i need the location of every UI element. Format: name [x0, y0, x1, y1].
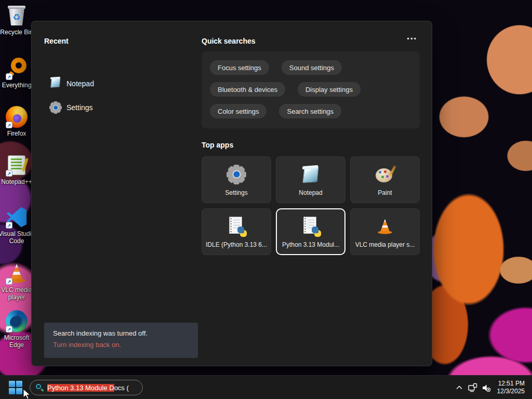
vlc-cone-icon	[376, 216, 394, 237]
top-app-tile-idle-python[interactable]: IDLE (Python 3.13 6...	[202, 208, 271, 255]
desktop-icon-label: Firefox	[0, 130, 35, 137]
top-app-label: Notepad	[299, 189, 322, 196]
quick-search-pill-display-settings[interactable]: Display settings	[298, 82, 361, 97]
volume-muted-icon[interactable]	[480, 376, 493, 399]
taskbar-clock[interactable]: 12:51 PM 12/3/2025	[497, 380, 525, 395]
python-doc-icon	[227, 216, 246, 237]
top-app-label: Paint	[378, 189, 392, 196]
quick-search-pill-color-settings[interactable]: Color settings	[210, 104, 267, 118]
recent-item-settings[interactable]: Settings	[49, 99, 93, 116]
shortcut-arrow-icon: ↗	[6, 73, 12, 80]
notepad-icon	[301, 164, 320, 185]
desktop-icon-label: Everything	[0, 82, 35, 89]
desktop-icon-everything[interactable]: ↗ Everything	[0, 57, 33, 89]
clock-time: 12:51 PM	[497, 380, 525, 388]
quick-searches-box: Focus settings Sound settings Bluetooth …	[202, 51, 420, 128]
desktop-icon-label: Visual Studio Code	[0, 230, 35, 245]
everything-magnifier-icon: ↗	[5, 57, 28, 80]
shortcut-arrow-icon: ↗	[6, 222, 12, 229]
top-app-tile-settings[interactable]: Settings	[202, 156, 271, 203]
settings-gear-icon	[227, 164, 246, 185]
top-apps-grid: Settings Notepad Paint IDLE (Python 3.13…	[202, 156, 421, 255]
search-flyout-panel: Recent Notepad Settings Quick searches •…	[31, 21, 432, 366]
visual-studio-code-icon: ↗	[5, 206, 28, 229]
top-app-tile-python-module-docs[interactable]: Python 3.13 Modul...	[276, 208, 345, 255]
clock-date: 12/3/2025	[497, 388, 525, 395]
indexing-notice: Search indexing was turned off. Turn ind…	[44, 323, 198, 358]
vlc-cone-icon: ↗	[5, 262, 28, 285]
recent-section-title: Recent	[44, 37, 69, 45]
desktop-icon-firefox[interactable]: ↗ Firefox	[0, 105, 33, 137]
recycle-bin-icon: ♻	[5, 4, 28, 27]
paint-icon	[375, 164, 395, 185]
notepad-icon	[49, 77, 62, 90]
shortcut-arrow-icon: ↗	[6, 170, 12, 177]
quick-search-pill-bluetooth-devices[interactable]: Bluetooth & devices	[210, 82, 285, 97]
windows-logo-icon	[9, 381, 22, 394]
top-apps-title: Top apps	[202, 141, 233, 149]
python-doc-icon	[301, 216, 321, 237]
search-input[interactable]: Python 3.13 Module Docs (	[47, 384, 129, 392]
taskbar-search-box[interactable]: Python 3.13 Module Docs (	[30, 380, 143, 395]
chevron-up-icon[interactable]	[453, 376, 466, 399]
quick-search-pill-sound-settings[interactable]: Sound settings	[282, 60, 342, 75]
notepad-plus-plus-icon: ↗	[5, 154, 28, 177]
settings-gear-icon	[49, 101, 62, 114]
quick-search-pill-search-settings[interactable]: Search settings	[279, 104, 341, 118]
top-app-tile-vlc[interactable]: VLC media player s...	[350, 208, 420, 255]
quick-searches-title: Quick searches	[202, 37, 256, 45]
top-app-label: Python 3.13 Modul...	[282, 241, 339, 248]
turn-indexing-on-link[interactable]: Turn indexing back on.	[53, 341, 189, 349]
recent-item-label: Settings	[66, 103, 93, 112]
recent-item-label: Notepad	[66, 79, 94, 88]
mouse-cursor	[23, 389, 31, 399]
desktop-icon-label: Microsoft Edge	[0, 334, 35, 349]
recent-item-notepad[interactable]: Notepad	[49, 75, 94, 92]
edge-icon: ↗	[5, 310, 28, 332]
top-app-tile-notepad[interactable]: Notepad	[276, 156, 345, 203]
indexing-notice-message: Search indexing was turned off.	[53, 329, 189, 337]
more-options-icon[interactable]: •••	[407, 35, 417, 43]
desktop-icon-label: Recycle Bin	[0, 29, 35, 36]
search-icon	[35, 384, 43, 392]
desktop-icon-vlc[interactable]: ↗ VLC media player	[0, 262, 33, 301]
network-icon[interactable]	[466, 376, 480, 399]
desktop-icon-visual-studio-code[interactable]: ↗ Visual Studio Code	[0, 206, 33, 245]
desktop-icon-microsoft-edge[interactable]: ↗ Microsoft Edge	[0, 310, 33, 349]
top-app-label: IDLE (Python 3.13 6...	[206, 241, 267, 248]
desktop-icon-recycle-bin[interactable]: ♻ Recycle Bin	[0, 4, 33, 36]
top-app-label: Settings	[225, 189, 247, 196]
shortcut-arrow-icon: ↗	[6, 326, 12, 332]
desktop-icon-notepad-plus-plus[interactable]: ↗ Notepad++	[0, 154, 33, 185]
quick-search-pill-focus-settings[interactable]: Focus settings	[210, 60, 269, 75]
top-app-tile-paint[interactable]: Paint	[350, 156, 420, 203]
system-tray: 12:51 PM 12/3/2025	[453, 376, 532, 399]
desktop-icon-label: VLC media player	[0, 286, 35, 301]
top-app-label: VLC media player s...	[355, 241, 415, 248]
firefox-icon: ↗	[5, 105, 28, 128]
taskbar: Python 3.13 Module Docs ( 12:51 PM 12/3/…	[0, 375, 532, 399]
shortcut-arrow-icon: ↗	[6, 122, 12, 128]
desktop-icon-label: Notepad++	[0, 178, 35, 185]
shortcut-arrow-icon: ↗	[6, 278, 12, 285]
start-button[interactable]	[8, 380, 23, 395]
